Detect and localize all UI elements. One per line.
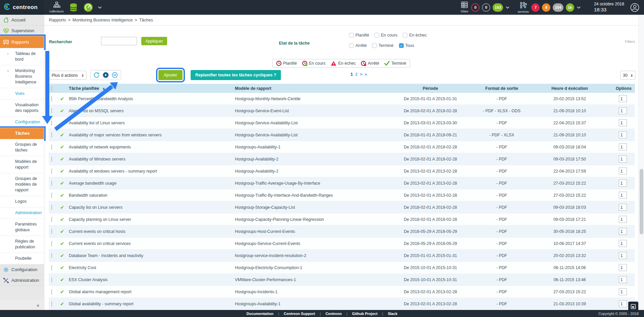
row-checkbox[interactable] (51, 156, 52, 162)
sort-asc-icon[interactable]: ∧ (102, 87, 105, 90)
vertical-scrollbar[interactable] (638, 15, 644, 310)
options-input[interactable] (619, 119, 627, 126)
task-name[interactable]: Current events on critical services (69, 241, 235, 246)
sidebar-item-groupes-de-t-ches[interactable]: Groupes de tâches (0, 139, 44, 156)
sidebar-item-configuration[interactable]: Configuration (0, 117, 44, 128)
state-checkbox-planifi-[interactable]: Planifié (349, 33, 369, 38)
add-task-button[interactable]: Ajouter (158, 70, 183, 80)
refresh-icon[interactable] (94, 72, 100, 78)
pagination-item->[interactable]: > (360, 72, 362, 77)
hosts-badge-1[interactable]: 0 (482, 3, 490, 12)
row-checkbox[interactable] (51, 289, 52, 295)
pagination-item-»[interactable]: » (365, 72, 367, 77)
task-name[interactable]: Current events on critical hosts (69, 229, 235, 234)
services-menu[interactable]: services (517, 2, 529, 13)
task-name[interactable]: Electricity Cost (69, 265, 235, 270)
options-input[interactable] (619, 95, 627, 102)
column-header-exec-time[interactable]: Heure d éxécution (537, 86, 602, 91)
task-name[interactable]: Capacity list on Linux servers (69, 205, 235, 210)
breadcrumb-part[interactable]: Rapports (49, 18, 66, 22)
sidebar-item-administration[interactable]: Administration (0, 275, 44, 286)
pagination-item-1[interactable]: 1 (351, 72, 353, 77)
centreon-logo[interactable]: centreon (0, 0, 44, 15)
options-input[interactable] (619, 240, 627, 247)
hosts-badge-2[interactable]: 153 (493, 3, 503, 12)
state-checkbox-en-cours[interactable]: En cours (375, 33, 397, 38)
sidebar-item-administration[interactable]: Administration (0, 207, 44, 219)
hosts-badge-0[interactable]: 0 (471, 3, 480, 12)
replan-cyclic-tasks-button[interactable]: Replanifier toutes les tâches cycliques … (191, 70, 281, 80)
options-input[interactable] (619, 131, 627, 138)
task-name[interactable]: Global availability - summary report (69, 302, 235, 306)
breadcrumb-part[interactable]: Tâches (139, 18, 153, 22)
state-checkbox-arr-t-[interactable]: Arrêté (349, 43, 367, 48)
sidebar-item-vues[interactable]: Vues (0, 88, 44, 100)
row-checkbox[interactable] (51, 193, 52, 198)
task-name[interactable]: Availability of major services from wind… (69, 133, 235, 137)
options-input[interactable] (619, 192, 627, 199)
pagination-item-2[interactable]: 2 (355, 72, 357, 77)
options-input[interactable] (619, 180, 627, 187)
row-checkbox[interactable] (51, 217, 52, 222)
row-checkbox[interactable] (51, 169, 52, 174)
sidebar-item-rapports[interactable]: Rapports (0, 36, 44, 48)
options-input[interactable] (619, 228, 627, 235)
search-input[interactable] (101, 37, 137, 45)
breadcrumb-part[interactable]: Monitoring Business Intelligence (72, 18, 133, 22)
hosts-menu[interactable]: hôtes (460, 2, 468, 13)
options-input[interactable] (619, 155, 627, 163)
footer-link-slack[interactable]: Slack (388, 312, 398, 316)
sidebar-item-groupes-de-mod-les-de-rapport[interactable]: Groupes de modèles de rapport (0, 173, 44, 196)
pause-icon[interactable] (112, 72, 118, 78)
column-header-model[interactable]: Modèle de rapport (235, 86, 394, 91)
apply-button[interactable]: Appliquer (141, 37, 167, 45)
task-name[interactable]: ESX Cluster Analysis (69, 277, 235, 282)
sidebar-item-accueil[interactable]: Accueil (0, 15, 44, 25)
task-name[interactable]: Availability of windows servers - summar… (69, 169, 235, 174)
play-icon[interactable] (103, 72, 109, 78)
state-checkbox-termin-[interactable]: Terminé (372, 43, 393, 48)
footer-link-centreon-support[interactable]: Centreon Support (284, 312, 315, 316)
task-name[interactable]: Database Team - Incidents and reactivity (69, 253, 235, 258)
row-checkbox[interactable] (51, 120, 52, 126)
sidebar-item-r-gles-de-publication[interactable]: Règles de publication (0, 236, 44, 253)
state-checkbox-en-chec[interactable]: En échec (403, 33, 427, 38)
row-checkbox[interactable] (51, 229, 52, 234)
collecteurs-menu[interactable]: collecteurs (49, 2, 64, 13)
page-size-select[interactable]: 30 ▲▼ (620, 71, 636, 80)
options-input[interactable] (619, 216, 627, 223)
services-chevron-icon[interactable] (577, 5, 581, 9)
task-name[interactable]: Capacity planning on Linux server (69, 217, 235, 222)
column-header-period[interactable]: Période (394, 86, 466, 91)
options-input[interactable] (619, 168, 627, 175)
column-header-task[interactable]: Tâche planifiée (69, 86, 99, 91)
options-input[interactable] (619, 204, 627, 211)
footer-link-centreon[interactable]: Centreon (326, 312, 342, 316)
row-checkbox[interactable] (51, 108, 52, 114)
options-input[interactable] (619, 276, 627, 283)
hosts-chevron-icon[interactable] (506, 5, 509, 9)
fullscreen-button[interactable] (628, 302, 638, 312)
sidebar-item-poubelle[interactable]: Poubelle (0, 253, 44, 264)
options-input[interactable] (619, 252, 627, 259)
options-input[interactable] (619, 143, 627, 150)
column-header-format[interactable]: Format de sortie (466, 86, 537, 91)
sidebar-item-tableau-de-bord[interactable]: >Tableau de bord (0, 48, 44, 65)
row-checkbox[interactable] (51, 205, 52, 210)
database-icon[interactable] (68, 2, 79, 12)
sidebar-collapse-button[interactable]: « (0, 300, 44, 310)
row-checkbox[interactable] (51, 265, 52, 270)
more-actions-select[interactable]: Plus d actions ▲▼ (49, 71, 87, 80)
sidebar-item-t-ches[interactable]: Tâches (0, 128, 44, 139)
services-badge-1[interactable]: 8 (542, 3, 550, 12)
services-badge-3[interactable]: 1k (566, 3, 574, 12)
user-avatar[interactable] (630, 3, 639, 12)
options-input[interactable] (619, 264, 627, 271)
services-badge-2[interactable]: 104 (553, 3, 563, 12)
sidebar-item-visualisation-des-rapports[interactable]: Visualisation des rapports (0, 100, 44, 117)
sidebar-item-monitoring-business-intelligence[interactable]: ∨Monitoring Business Intelligence (0, 65, 44, 88)
task-name[interactable]: Global alarms management report (69, 290, 235, 294)
task-name[interactable]: Availability list of Linux servers (69, 121, 235, 125)
chevron-down-icon[interactable] (98, 5, 102, 9)
sidebar-item-logos[interactable]: Logos (0, 196, 44, 207)
